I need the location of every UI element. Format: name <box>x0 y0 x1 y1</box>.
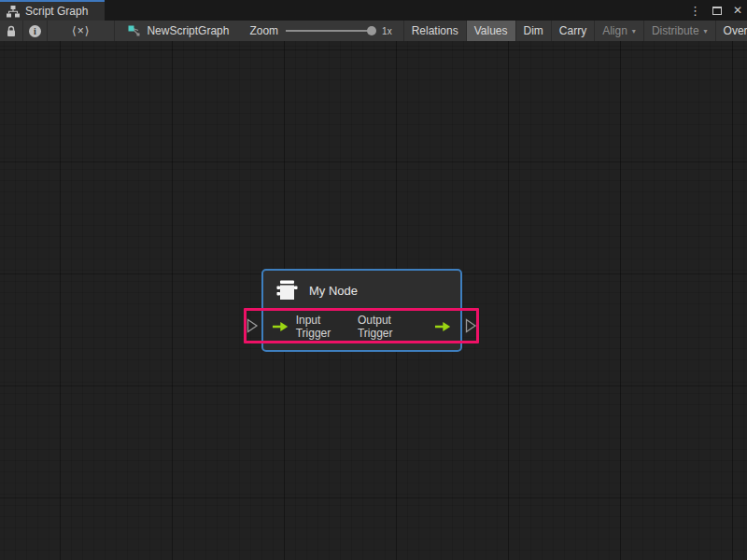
input-port-label: Input Trigger <box>296 314 358 340</box>
toolbar-button-carry[interactable]: Carry <box>552 21 595 41</box>
unit-chip-icon <box>275 279 299 302</box>
zoom-slider[interactable] <box>286 26 374 35</box>
button-label: Align <box>602 24 627 37</box>
button-label: Overview <box>724 24 747 37</box>
graph-asset-ref[interactable]: NewScriptGraph <box>115 21 238 41</box>
zoom-slider-knob[interactable] <box>367 26 376 35</box>
window-controls: ⋮ ✕ <box>689 0 742 21</box>
button-label: Distribute <box>652 24 699 37</box>
chevron-down-icon: ▾ <box>632 27 636 35</box>
flow-arrow-icon <box>434 321 452 332</box>
toolbar-button-distribute[interactable]: Distribute ▾ <box>644 21 716 41</box>
code-icon: ⟨×⟩ <box>72 24 90 37</box>
script-graph-asset-icon <box>128 25 141 36</box>
kebab-menu-icon[interactable]: ⋮ <box>689 5 701 17</box>
flow-arrow-icon <box>272 321 289 332</box>
lock-icon <box>6 25 17 37</box>
info-icon: i <box>29 25 41 37</box>
maximize-icon[interactable] <box>712 7 722 15</box>
graph-hierarchy-icon <box>7 6 20 18</box>
zoom-label: Zoom <box>249 24 278 37</box>
input-trigger-port[interactable]: Input Trigger <box>272 314 358 340</box>
external-output-port-icon[interactable] <box>464 318 477 333</box>
chevron-down-icon: ▾ <box>704 27 708 35</box>
tab-script-graph[interactable]: Script Graph <box>0 0 105 21</box>
script-graph-window: Script Graph ⋮ ✕ i ⟨×⟩ NewScri <box>0 0 747 560</box>
node-footer <box>263 343 460 350</box>
graph-canvas[interactable]: My Node Input Trigger Output Trigger <box>0 41 747 560</box>
node-port-row: Input Trigger Output Trigger <box>263 310 460 343</box>
tab-label: Script Graph <box>25 5 88 18</box>
toolbar-button-overview[interactable]: Overview <box>716 21 747 41</box>
toolbar-button-align[interactable]: Align ▾ <box>595 21 644 41</box>
zoom-value: 1x <box>382 26 392 36</box>
tab-bar: Script Graph ⋮ ✕ <box>0 0 747 21</box>
close-icon[interactable]: ✕ <box>733 5 742 16</box>
lock-button[interactable] <box>0 21 23 41</box>
my-node[interactable]: My Node Input Trigger Output Trigger <box>261 269 462 352</box>
toolbar-button-values[interactable]: Values <box>467 21 516 41</box>
zoom-slider-track <box>286 30 374 32</box>
button-label: Carry <box>559 24 586 37</box>
node-header[interactable]: My Node <box>263 271 460 310</box>
graph-asset-name: NewScriptGraph <box>147 24 229 37</box>
toolbar-button-dim[interactable]: Dim <box>516 21 552 41</box>
inspect-button[interactable]: i <box>23 21 48 41</box>
output-port-label: Output Trigger <box>358 314 428 340</box>
external-input-port-icon[interactable] <box>246 318 259 333</box>
button-label: Dim <box>524 24 543 37</box>
button-label: Values <box>474 24 508 37</box>
node-title: My Node <box>309 284 358 298</box>
output-trigger-port[interactable]: Output Trigger <box>358 314 452 340</box>
button-label: Relations <box>412 24 458 37</box>
toolbar-button-relations[interactable]: Relations <box>404 21 467 41</box>
zoom-control: Zoom 1x <box>238 21 403 41</box>
code-preview-button[interactable]: ⟨×⟩ <box>48 21 115 41</box>
graph-toolbar: i ⟨×⟩ NewScriptGraph Zoom 1x Relations V… <box>0 21 747 41</box>
